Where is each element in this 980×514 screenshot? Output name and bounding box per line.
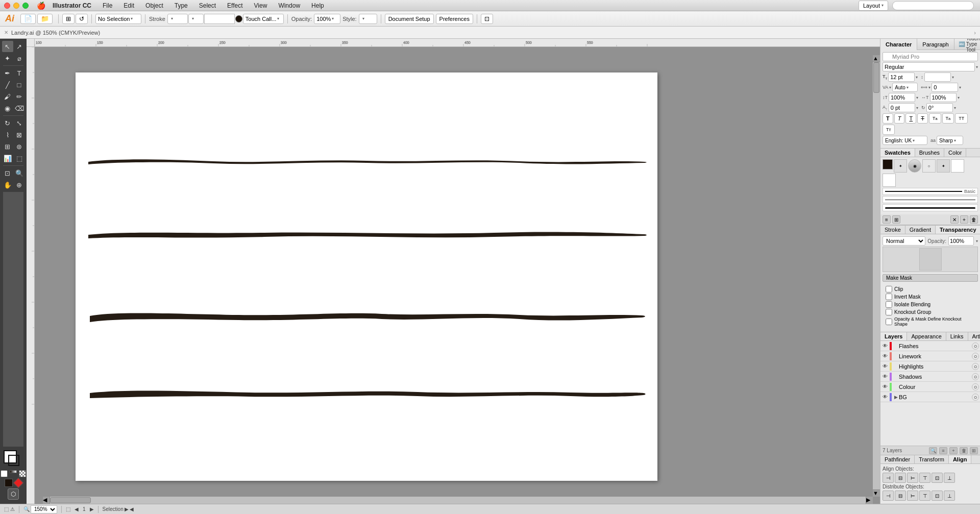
zoom-area[interactable]: 🔍 150% — [23, 505, 57, 513]
isolate-blend-checkbox[interactable] — [886, 301, 892, 308]
eraser-tool[interactable]: ⌫ — [14, 103, 25, 114]
pen-tool[interactable]: ✒ — [2, 67, 13, 79]
scale-tool[interactable]: ⤡ — [14, 117, 25, 129]
new-file-btn[interactable]: 📄 — [20, 14, 36, 24]
stroke-color-box[interactable] — [8, 455, 19, 466]
swap-colors-icon[interactable] — [1, 470, 8, 477]
layer-eye-bg[interactable]: 👁 — [881, 394, 889, 401]
menu-edit[interactable]: Edit — [119, 0, 138, 11]
tab-artboards[interactable]: Artboards — [968, 332, 981, 340]
kern-dropdown[interactable]: Auto ▾ — [892, 83, 918, 92]
canvas-area[interactable]: 100 150 200 250 300 350 — [27, 39, 880, 504]
tab-swatches[interactable]: Swatches — [880, 149, 915, 157]
layer-bg[interactable]: 👁 ▶ BG ○ — [880, 392, 980, 402]
italic-btn[interactable]: T — [894, 113, 905, 124]
apple-menu[interactable]: 🍎 — [37, 2, 45, 10]
brush-preset-3[interactable]: ○ — [922, 159, 936, 173]
align-top-btn[interactable]: ⊤ — [919, 473, 930, 483]
stroke-color-circle[interactable] — [235, 15, 242, 22]
canvas-content[interactable]: ▲ ▼ ◀ ▶ — [35, 47, 880, 504]
layer-eye-flashes[interactable]: 👁 — [881, 342, 889, 350]
brush-preset-1[interactable]: ✦ — [894, 159, 907, 173]
baseline-input[interactable] — [889, 103, 915, 112]
clip-checkbox[interactable] — [886, 286, 892, 292]
close-button[interactable] — [4, 3, 10, 9]
document-setup-button[interactable]: Document Setup — [385, 14, 434, 24]
magic-wand-tool[interactable]: ✦ — [2, 53, 13, 64]
rect-tool[interactable]: □ — [14, 79, 25, 90]
tab-color[interactable]: Color — [944, 149, 966, 157]
dist-top-btn[interactable]: ⊤ — [919, 491, 930, 501]
tracking-input[interactable] — [932, 83, 958, 92]
blend-mode-select[interactable]: Normal — [883, 236, 925, 246]
vertical-scrollbar[interactable]: ▲ ▼ — [873, 55, 880, 497]
tab-character[interactable]: Character — [880, 39, 917, 50]
dist-center-h-btn[interactable]: ⊟ — [895, 491, 906, 501]
font-size-input[interactable] — [888, 72, 915, 82]
selection-dropdown[interactable]: No Selection ▾ — [95, 14, 141, 24]
layer-expand-highlights[interactable] — [893, 363, 899, 370]
rotate-input[interactable] — [926, 103, 953, 112]
layer-shadows[interactable]: 👁 Shadows ○ — [880, 372, 980, 382]
stroke-style-dropdown[interactable]: ▾ — [188, 14, 204, 24]
artboard-tool[interactable]: ⬚ — [14, 153, 25, 164]
touch-call-dropdown[interactable]: Touch Call... ▾ — [243, 14, 284, 24]
panel-close-btn[interactable]: ✕ — [950, 215, 959, 224]
menu-window[interactable]: Window — [274, 0, 304, 11]
zoom-select[interactable]: 150% — [31, 505, 57, 513]
layer-eye-linework[interactable]: 👁 — [881, 353, 889, 360]
document-tab[interactable]: Landry.ai @ 150% (CMYK/Preview) — [11, 30, 100, 36]
search-input[interactable] — [892, 1, 974, 10]
brush-preset-2[interactable]: ◉ — [908, 159, 921, 173]
subscript-btn[interactable]: Ta — [942, 113, 954, 124]
bold-btn[interactable]: T — [883, 113, 893, 124]
symbol-tool[interactable]: ⊛ — [14, 141, 25, 152]
layer-target-flashes[interactable]: ○ — [972, 342, 979, 350]
layer-search-btn[interactable]: 🔍 — [929, 447, 937, 454]
layer-eye-colour[interactable]: 👁 — [881, 383, 889, 390]
opacity-trans-input[interactable] — [948, 236, 974, 246]
smallcaps-btn[interactable]: Tт — [883, 125, 895, 135]
close-tab-icon[interactable]: ✕ — [4, 30, 8, 35]
tab-gradient[interactable]: Gradient — [905, 226, 936, 234]
allcaps-btn[interactable]: TT — [955, 113, 968, 124]
strikethrough-btn[interactable]: T — [917, 113, 928, 124]
arrange-doc-btn[interactable]: ⊡ — [481, 14, 493, 24]
column-graph-tool[interactable]: 📊 — [2, 153, 13, 164]
layer-target-highlights[interactable]: ○ — [972, 363, 979, 370]
draw-mode-btn[interactable]: ⬡ — [8, 488, 19, 500]
layer-expand-colour[interactable] — [893, 384, 899, 390]
brush-preset-6[interactable] — [883, 174, 896, 187]
scroll-left-btn[interactable]: ◀ — [43, 497, 50, 504]
dist-center-v-btn[interactable]: ⊡ — [932, 491, 943, 501]
language-dropdown[interactable]: English: UK ▾ — [883, 136, 927, 145]
panel-swatch-view-btn[interactable]: ⊞ — [892, 215, 900, 224]
scroll-up-btn[interactable]: ▲ — [873, 55, 880, 62]
menu-help[interactable]: Help — [307, 0, 328, 11]
horiz-scale-input[interactable] — [930, 93, 957, 102]
scroll-down-btn[interactable]: ▼ — [873, 489, 880, 497]
zoom-tool[interactable]: 🔍 — [14, 167, 25, 179]
selection-tool[interactable]: ↖ — [2, 41, 13, 52]
align-right-btn[interactable]: ⊢ — [907, 473, 918, 483]
tab-align[interactable]: Align — [949, 455, 972, 463]
font-style-input[interactable] — [883, 62, 975, 71]
arrange-btn[interactable]: ⊞ — [62, 14, 75, 24]
dist-bottom-btn[interactable]: ⊥ — [944, 491, 955, 501]
align-left-btn[interactable]: ⊣ — [883, 473, 894, 483]
brush-preset-4[interactable]: ✦ — [937, 159, 950, 173]
tab-links[interactable]: Links — [946, 332, 968, 340]
layer-eye-shadows[interactable]: 👁 — [881, 373, 889, 380]
minimize-button[interactable] — [13, 3, 19, 9]
line-tool[interactable]: ╱ — [2, 79, 13, 90]
zoom-tool2[interactable]: ⊕ — [14, 179, 25, 190]
dist-right-btn[interactable]: ⊢ — [907, 491, 918, 501]
menu-app[interactable]: Illustrator CC — [48, 0, 95, 11]
fill-color-indicator[interactable] — [5, 479, 13, 487]
vert-scale-input[interactable] — [889, 93, 915, 102]
shape-builder-tool[interactable]: ⊞ — [2, 141, 13, 152]
layer-colour[interactable]: 👁 Colour ○ — [880, 382, 980, 392]
maximize-button[interactable] — [22, 3, 29, 9]
layer-target-colour[interactable]: ○ — [972, 383, 979, 390]
layer-expand-bg[interactable]: ▶ — [893, 394, 899, 400]
